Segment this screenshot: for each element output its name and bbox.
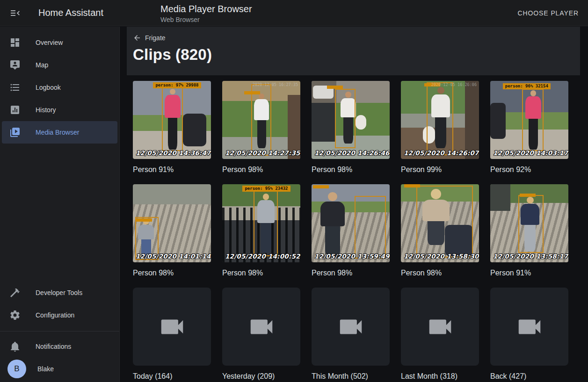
app-bar: Home Assistant Media Player Browser Web … <box>0 0 588 26</box>
sidebar-item-label: Media Browser <box>36 129 79 136</box>
clip-card: 2020-12-05 16:27:3512/05/2020 14:27:35 P… <box>222 81 300 174</box>
sidebar-divider <box>0 331 119 332</box>
clip-thumbnail[interactable]: 12/05/2020 14:01:14 <box>133 184 211 262</box>
sidebar-item-map[interactable]: Map <box>2 54 117 76</box>
sidebar-item-media-browser[interactable]: Media Browser <box>2 121 117 144</box>
folder-caption: Last Month (318) <box>401 372 479 381</box>
folder-card: Today (164) <box>133 288 211 381</box>
camera-osd-timestamp: 2020-12-05 16:27:35 <box>253 82 298 87</box>
detection-bounding-box <box>522 89 543 151</box>
clip-thumbnail[interactable]: person: 96% 3215412/05/2020 14:03:17 <box>490 81 568 159</box>
detector-label-chip <box>404 184 420 187</box>
clip-timestamp-overlay: 12/05/2020 14:03:17 <box>493 149 568 157</box>
sidebar-item-logbook[interactable]: Logbook <box>2 76 117 99</box>
detector-label-chip <box>520 194 536 197</box>
folder-card: Back (427) <box>490 288 568 381</box>
app-title: Home Assistant <box>38 7 103 18</box>
detection-bounding-box <box>416 186 472 258</box>
view-dashboard-icon <box>9 37 21 48</box>
panel-title: Media Player Browser <box>160 4 252 14</box>
clip-timestamp-overlay: 12/05/2020 14:26:46 <box>314 149 390 157</box>
scene-object <box>490 103 506 139</box>
detector-label-chip <box>313 185 329 188</box>
detector-label-chip: person: 96% 32154 <box>503 83 551 89</box>
clip-thumbnail[interactable]: 12/05/2020 14:26:46 <box>312 81 390 159</box>
clip-caption: Person 99% <box>401 165 479 174</box>
clip-caption: Person 98% <box>312 165 390 174</box>
clip-card: 12/05/2020 13:58:30 Person 98% <box>401 184 479 277</box>
clip-thumbnail[interactable]: person: 97% 2998812/05/2020 14:36:47 <box>133 81 211 159</box>
sidebar-item-label: Developer Tools <box>36 289 82 296</box>
scene-object <box>356 115 366 129</box>
media-browser-header: Frigate Clips (820) <box>127 27 580 75</box>
clip-card: 12/05/2020 13:58:17 Person 91% <box>490 184 568 277</box>
clip-timestamp-overlay: 12/05/2020 14:27:35 <box>225 149 300 157</box>
video-camera-icon <box>336 312 365 341</box>
folder-card: Yesterday (209) <box>222 288 300 381</box>
clip-thumbnail[interactable]: 2020-12-05 16:26:0612/05/2020 14:26:07 <box>401 81 479 159</box>
video-camera-icon <box>515 312 544 341</box>
sidebar-item-history[interactable]: History <box>2 99 117 121</box>
detection-bounding-box <box>427 82 453 155</box>
clip-thumbnail[interactable]: 2020-12-05 16:27:3512/05/2020 14:27:35 <box>222 81 300 159</box>
sidebar-item-user-profile[interactable]: B Blake <box>2 358 117 380</box>
media-grid: person: 97% 2998812/05/2020 14:36:47 Per… <box>133 81 580 381</box>
sidebar-item-overview[interactable]: Overview <box>2 31 117 54</box>
video-camera-icon <box>247 312 276 341</box>
clip-caption: Person 98% <box>222 165 300 174</box>
clip-card: person: 95% 2343212/05/2020 14:00:52 Per… <box>222 184 300 277</box>
clip-thumbnail[interactable]: 12/05/2020 13:59:49 <box>312 184 390 262</box>
scene-object <box>183 114 206 146</box>
page-title: Clips (820) <box>133 46 573 64</box>
detector-label-chip: person: 97% 29988 <box>153 82 201 88</box>
clip-thumbnail[interactable]: 12/05/2020 13:58:17 <box>490 184 568 262</box>
folder-thumbnail[interactable] <box>401 288 479 366</box>
folder-card: This Month (502) <box>312 288 390 381</box>
play-box-multiple-icon <box>9 127 21 138</box>
clip-timestamp-overlay: 12/05/2020 14:00:52 <box>225 252 300 260</box>
sidebar-item-label: History <box>36 106 56 114</box>
clip-caption: Person 98% <box>312 268 390 277</box>
clip-card: person: 96% 3215412/05/2020 14:03:17 Per… <box>490 81 568 174</box>
clip-caption: Person 91% <box>490 268 568 277</box>
panel-title-block: Media Player Browser Web Browser <box>160 4 252 23</box>
clip-caption: Person 98% <box>222 268 300 277</box>
sidebar-item-notifications[interactable]: Notifications <box>2 335 117 358</box>
folder-caption: Back (427) <box>490 372 568 381</box>
avatar: B <box>7 360 26 378</box>
sidebar-item-label: Map <box>36 61 48 69</box>
video-camera-icon <box>426 312 455 341</box>
folder-thumbnail[interactable] <box>312 288 390 366</box>
detector-label-chip <box>136 218 152 222</box>
folder-thumbnail[interactable] <box>490 288 568 366</box>
detector-label-chip <box>327 86 343 89</box>
sidebar-item-developer-tools[interactable]: Developer Tools <box>2 281 117 304</box>
folder-card: Last Month (318) <box>401 288 479 381</box>
gear-icon <box>9 310 21 321</box>
menu-open-button[interactable] <box>8 7 22 20</box>
sidebar-spacer <box>0 144 119 281</box>
clip-thumbnail[interactable]: 12/05/2020 13:58:30 <box>401 184 479 262</box>
clip-timestamp-overlay: 12/05/2020 14:26:07 <box>404 149 479 157</box>
media-browser-panel: Frigate Clips (820) person: 97% 2998812/… <box>120 27 588 382</box>
folder-thumbnail[interactable] <box>222 288 300 366</box>
sidebar-item-configuration[interactable]: Configuration <box>2 304 117 326</box>
user-name: Blake <box>37 365 54 373</box>
clip-thumbnail[interactable]: person: 95% 2343212/05/2020 14:00:52 <box>222 184 300 262</box>
bell-icon <box>9 341 21 352</box>
sidebar: Overview Map Logbook History Media Brows… <box>0 27 120 382</box>
camera-osd-timestamp: 2020-12-05 16:26:06 <box>431 82 477 87</box>
clip-caption: Person 98% <box>133 268 211 277</box>
folder-thumbnail[interactable] <box>133 288 211 366</box>
scene-band <box>133 184 211 204</box>
choose-player-button[interactable]: CHOOSE PLAYER <box>518 9 579 17</box>
folder-caption: Yesterday (209) <box>222 372 300 381</box>
detector-label-chip: person: 95% 23432 <box>242 186 290 192</box>
clip-caption: Person 98% <box>401 268 479 277</box>
clip-card: 12/05/2020 13:59:49 Person 98% <box>312 184 390 277</box>
breadcrumb-back[interactable]: Frigate <box>133 34 166 42</box>
clip-card: 12/05/2020 14:01:14 Person 98% <box>133 184 211 277</box>
detector-label-chip <box>244 91 260 94</box>
chart-box-icon <box>9 104 21 115</box>
breadcrumb-label: Frigate <box>145 34 166 42</box>
